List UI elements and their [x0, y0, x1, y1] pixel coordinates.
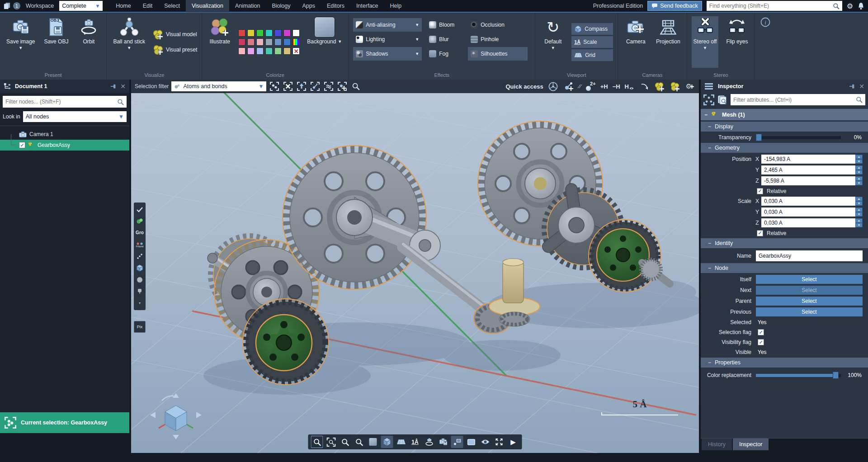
node-filter-input[interactable] [5, 99, 117, 105]
relative-checkbox[interactable]: ✓ [757, 188, 763, 194]
selection-flag-checkbox[interactable]: ✓ [758, 329, 764, 335]
no-color-swatch[interactable]: ✕ [292, 47, 300, 55]
select-up-button[interactable] [296, 81, 307, 92]
info-icon[interactable]: i [760, 17, 770, 27]
node-select-icon[interactable] [703, 94, 714, 105]
color-swatch[interactable] [274, 38, 282, 46]
spin-up-icon[interactable]: ▲ [855, 155, 863, 159]
spin-up-icon[interactable]: ▲ [855, 165, 863, 170]
color-swatch[interactable] [247, 29, 255, 37]
pix-editor-tool[interactable]: Pix [134, 321, 146, 333]
menu-help[interactable]: Help [384, 0, 408, 12]
select-parent-button[interactable]: Select [756, 297, 863, 306]
color-swatch[interactable] [256, 47, 264, 55]
occlusion-toggle[interactable]: Occlusion [468, 18, 528, 32]
notifications-bell-icon[interactable] [858, 2, 864, 10]
color-swatch[interactable] [274, 47, 282, 55]
menu-edit[interactable]: Edit [137, 0, 159, 12]
dock-arrow-icon[interactable]: ▾ [135, 298, 145, 308]
spinner[interactable]: ▲▼ [855, 155, 863, 164]
ball-and-stick-button[interactable]: Ball and stick ▼ [111, 16, 147, 68]
menu-home[interactable]: Home [110, 0, 137, 12]
color-swatch[interactable] [256, 29, 264, 37]
pinhole-toggle[interactable]: Pinhole [468, 33, 528, 46]
scale-y-field[interactable]: 0,030 A ▲▼ [761, 207, 863, 217]
spin-up-icon[interactable]: ▲ [855, 207, 863, 212]
send-feedback-button[interactable]: Send feedback [647, 1, 702, 11]
position-y-field[interactable]: 2,465 A ▲▼ [761, 165, 863, 174]
grid-toggle[interactable]: Grid [571, 49, 613, 61]
new-document-icon[interactable] [4, 2, 10, 9]
color-swatch[interactable] [283, 29, 291, 37]
close-icon[interactable]: ✕ [120, 83, 126, 90]
visual-model-button[interactable]: Visual model [152, 29, 197, 40]
expand-viewport-button[interactable] [493, 436, 505, 448]
select-previous-button[interactable]: Select [756, 307, 863, 316]
green-builder-tool[interactable] [135, 216, 145, 226]
color-swatch[interactable] [238, 29, 245, 37]
simulation-settings-button[interactable]: ⚙ [684, 81, 695, 92]
spinner[interactable]: ▲▼ [855, 176, 863, 185]
labels-button[interactable] [451, 436, 463, 448]
zoom-out-button[interactable] [353, 436, 365, 448]
add-to-selection-button[interactable] [337, 81, 348, 92]
viewport[interactable]: Selection filter Atoms and bonds ▼ [131, 80, 699, 453]
remove-hydrogens-button[interactable]: −H [613, 83, 620, 90]
flip-eyes-button[interactable]: Flip eyes [724, 16, 750, 68]
close-icon[interactable]: ✕ [859, 83, 864, 90]
projection-button[interactable]: Projection [654, 16, 682, 68]
spinner[interactable]: ▲▼ [855, 207, 863, 217]
menu-biology[interactable]: Biology [266, 0, 296, 12]
menu-select[interactable]: Select [158, 0, 186, 12]
relative-checkbox[interactable]: ✓ [757, 230, 763, 236]
display-section-header[interactable]: − Display [701, 121, 868, 132]
add-visual-preset-button[interactable] [669, 81, 680, 92]
gro-editor-tool[interactable]: Gro [135, 228, 145, 238]
spin-up-icon[interactable]: ▲ [855, 197, 863, 201]
color-swatch[interactable] [265, 47, 273, 55]
select-all-button[interactable] [269, 81, 280, 92]
scale-x-field[interactable]: 0,030 A ▲▼ [761, 197, 863, 206]
global-search-input[interactable] [709, 3, 833, 9]
menu-editors[interactable]: Editors [321, 0, 350, 12]
show-hydrogens-button[interactable]: H [625, 83, 634, 90]
box-tool[interactable] [135, 263, 145, 273]
spin-up-icon[interactable]: ▲ [855, 176, 863, 181]
hbond-tool[interactable]: H-bond [135, 240, 145, 250]
spin-down-icon[interactable]: ▼ [855, 159, 863, 164]
visibility-flag-checkbox[interactable]: ✓ [758, 339, 764, 345]
spinner[interactable]: ▲▼ [855, 218, 863, 227]
minimize-energy-button[interactable] [638, 81, 649, 92]
name-field[interactable]: GearboxAssy [756, 250, 863, 261]
document-inspect-icon[interactable] [717, 94, 728, 105]
menu-interface[interactable]: Interface [350, 0, 384, 12]
color-swatch[interactable] [256, 38, 264, 46]
node-filter[interactable] [3, 96, 127, 108]
color-swatch[interactable] [265, 38, 273, 46]
nav-cube-body[interactable] [159, 405, 193, 431]
position-x-field[interactable]: -154,983 A ▲▼ [761, 155, 863, 164]
spin-up-icon[interactable]: ▲ [855, 218, 863, 223]
visibility-button[interactable] [479, 436, 491, 448]
silhouettes-toggle[interactable]: Silhouettes [468, 47, 528, 61]
scale-toggle-button[interactable]: 1Å [409, 436, 421, 448]
attribute-filter-input[interactable] [733, 97, 856, 103]
tab-history[interactable]: History [702, 438, 732, 450]
stereo-off-button[interactable]: Stereo off ▼ [692, 16, 719, 68]
node-section-header[interactable]: − Node [701, 263, 868, 274]
brush-tool[interactable] [135, 287, 145, 297]
anti-aliasing-toggle[interactable]: Anti-aliasing ▼ [353, 18, 422, 32]
settings-gear-icon[interactable]: ⚙ [847, 2, 853, 10]
illustrate-button[interactable]: Illustrate [207, 16, 233, 68]
navigation-wheel-button[interactable] [548, 81, 559, 92]
rainbow-color-swatch[interactable] [292, 38, 300, 46]
pin-icon[interactable] [110, 83, 117, 90]
color-swatch[interactable] [292, 29, 300, 37]
attribute-filter[interactable] [731, 94, 865, 105]
spin-down-icon[interactable]: ▼ [855, 223, 863, 227]
nav-right-arrow[interactable] [196, 412, 202, 418]
identity-section-header[interactable]: − Identity [701, 238, 868, 249]
bloom-toggle[interactable]: Bloom [426, 18, 463, 32]
visual-preset-button[interactable]: Visual preset [152, 44, 197, 55]
color-swatch[interactable] [283, 47, 291, 55]
